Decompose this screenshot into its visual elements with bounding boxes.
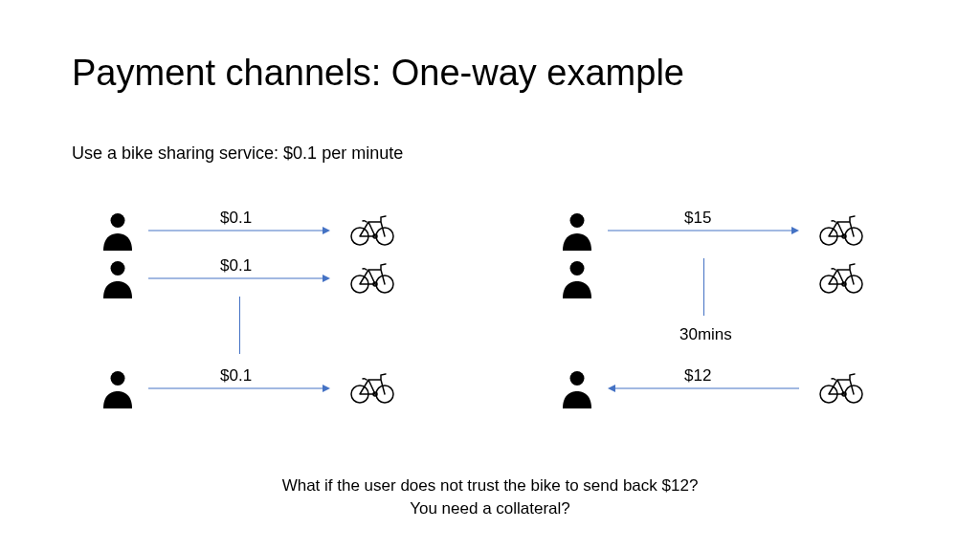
svg-marker-20 [791,227,799,234]
bike-icon [349,212,395,247]
svg-marker-14 [323,385,330,392]
amount-label: $0.1 [220,256,252,276]
arrow-right [608,230,799,231]
person-icon [560,210,594,249]
slide-subtitle: Use a bike sharing service: $0.1 per min… [72,143,403,164]
bike-icon [818,212,864,247]
vertical-line [239,297,240,354]
svg-point-6 [111,261,125,276]
footer-line2: You need a collateral? [0,497,980,520]
bike-icon [349,260,395,295]
svg-marker-2 [323,227,330,234]
svg-point-18 [570,213,585,228]
svg-point-12 [111,371,125,386]
person-icon [100,210,135,249]
svg-point-28 [570,371,585,386]
person-icon [100,258,135,297]
arrow-right [148,230,330,231]
footer-line1: What if the user does not trust the bike… [0,474,980,497]
bike-icon [818,260,864,295]
svg-marker-8 [323,275,330,282]
svg-point-24 [570,261,585,276]
footer-text: What if the user does not trust the bike… [0,474,980,520]
amount-label: $0.1 [220,209,252,228]
bike-icon [818,370,864,405]
arrow-right [148,387,330,389]
arrow-left [608,387,799,389]
vertical-line [703,258,704,316]
arrow-right [148,277,330,279]
amount-label: $15 [684,209,711,228]
person-icon [560,258,594,297]
slide-title: Payment channels: One-way example [72,53,684,94]
amount-label: $0.1 [220,366,252,386]
duration-label: 30mins [679,325,732,344]
svg-point-0 [111,213,125,228]
person-icon [560,368,594,407]
bike-icon [349,370,395,405]
person-icon [100,368,135,407]
amount-label: $12 [684,366,711,386]
svg-marker-30 [608,385,615,392]
